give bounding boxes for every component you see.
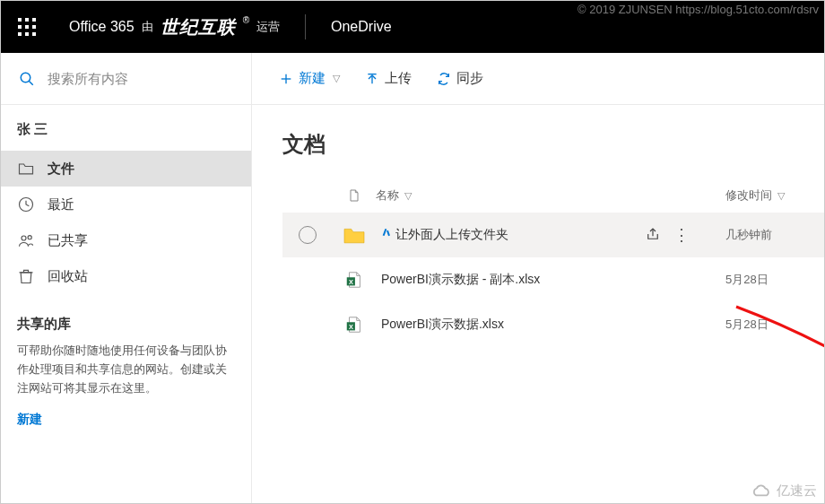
svg-point-17 bbox=[28, 236, 31, 239]
file-row[interactable]: X PowerBI演示数据 - 副本.xlsx 5月28日 bbox=[282, 257, 824, 302]
search-input[interactable] bbox=[48, 71, 251, 86]
file-name-cell[interactable]: 让外面人上传文件夹 bbox=[376, 227, 645, 243]
shared-libraries-title: 共享的库 bbox=[1, 294, 251, 342]
more-actions-button[interactable]: ⋮ bbox=[673, 227, 690, 243]
svg-text:X: X bbox=[349, 323, 353, 331]
column-name-header[interactable]: 名称 ▽ bbox=[376, 187, 645, 204]
svg-rect-2 bbox=[32, 18, 36, 22]
modified-cell: 5月28日 bbox=[725, 272, 824, 288]
file-name-text: PowerBI演示数据.xlsx bbox=[381, 317, 504, 331]
share-button[interactable] bbox=[645, 226, 661, 245]
trash-icon bbox=[17, 267, 35, 285]
folder-icon bbox=[17, 160, 35, 178]
upload-label: 上传 bbox=[385, 70, 412, 87]
file-name-cell[interactable]: PowerBI演示数据.xlsx bbox=[376, 317, 645, 333]
svg-text:X: X bbox=[349, 278, 353, 286]
app-launcher-button[interactable] bbox=[1, 1, 53, 53]
new-button[interactable]: 新建 ▽ bbox=[279, 70, 340, 87]
column-name-label: 名称 bbox=[376, 187, 399, 204]
chevron-down-icon: ▽ bbox=[404, 190, 412, 202]
nav-recycle-label: 回收站 bbox=[48, 268, 88, 285]
brand-cn-operator: 世纪互联 bbox=[161, 15, 236, 39]
excel-file-icon: X bbox=[344, 315, 364, 335]
svg-rect-7 bbox=[25, 32, 29, 36]
column-modified-header[interactable]: 修改时间 ▽ bbox=[725, 187, 824, 204]
folder-icon bbox=[342, 225, 367, 245]
sync-label: 同步 bbox=[456, 70, 483, 87]
svg-point-16 bbox=[22, 236, 26, 240]
upload-icon bbox=[365, 72, 379, 86]
file-name-cell[interactable]: PowerBI演示数据 - 副本.xlsx bbox=[376, 272, 645, 288]
svg-rect-8 bbox=[32, 32, 36, 36]
main-content: 文档 名称 ▽ 修改时间 ▽ 让外面人上传文件夹 bbox=[252, 105, 824, 503]
row-select-toggle[interactable] bbox=[299, 226, 317, 244]
clock-icon bbox=[17, 196, 35, 213]
page-title: 文档 bbox=[282, 130, 824, 159]
chevron-down-icon: ▽ bbox=[777, 190, 785, 202]
file-name-text: PowerBI演示数据 - 副本.xlsx bbox=[381, 272, 540, 286]
search-box[interactable] bbox=[1, 53, 252, 104]
excel-file-icon: X bbox=[344, 270, 364, 290]
sync-button[interactable]: 同步 bbox=[437, 70, 483, 87]
chevron-down-icon: ▽ bbox=[333, 73, 340, 84]
svg-rect-5 bbox=[32, 25, 36, 29]
command-bar: 新建 ▽ 上传 同步 bbox=[1, 53, 824, 105]
nav-shared[interactable]: 已共享 bbox=[1, 222, 251, 258]
svg-rect-3 bbox=[18, 25, 22, 29]
footer-brand: 亿速云 bbox=[750, 482, 817, 500]
brand-by: 由 bbox=[142, 19, 153, 35]
brand-reg-mark: ® bbox=[243, 15, 249, 25]
sync-icon bbox=[437, 72, 451, 86]
create-library-link[interactable]: 新建 bbox=[17, 412, 42, 426]
svg-line-10 bbox=[29, 81, 33, 85]
nav-recent-label: 最近 bbox=[48, 196, 74, 213]
nav-recycle[interactable]: 回收站 bbox=[1, 258, 251, 294]
plus-icon bbox=[279, 72, 293, 86]
nav-shared-label: 已共享 bbox=[48, 232, 88, 249]
app-name: OneDrive bbox=[315, 19, 408, 35]
column-modified-label: 修改时间 bbox=[725, 187, 772, 204]
file-type-icon bbox=[347, 187, 361, 204]
upload-button[interactable]: 上传 bbox=[365, 70, 412, 87]
nav-recent[interactable]: 最近 bbox=[1, 187, 251, 222]
waffle-icon bbox=[18, 18, 36, 36]
svg-rect-4 bbox=[25, 25, 29, 29]
left-nav: 张 三 文件 最近 已共享 回收站 共享的库 可帮助你随时随地使用任何设备与团队… bbox=[1, 105, 252, 503]
app-header: Office 365 由 世纪互联® 运营 OneDrive bbox=[1, 1, 824, 53]
search-icon bbox=[19, 71, 35, 87]
file-name-text: 让外面人上传文件夹 bbox=[395, 227, 508, 241]
file-row[interactable]: 让外面人上传文件夹 ⋮ 几秒钟前 bbox=[282, 213, 824, 257]
nav-files-label: 文件 bbox=[48, 161, 74, 178]
user-name: 张 三 bbox=[1, 121, 251, 151]
brand-operated: 运营 bbox=[256, 19, 280, 35]
nav-files[interactable]: 文件 bbox=[1, 151, 251, 187]
brand-area: Office 365 由 世纪互联® 运营 bbox=[53, 15, 296, 39]
header-divider bbox=[305, 14, 306, 39]
modified-cell: 5月28日 bbox=[725, 317, 824, 333]
new-label: 新建 bbox=[299, 70, 326, 87]
people-icon bbox=[17, 231, 35, 249]
svg-point-9 bbox=[21, 73, 30, 83]
footer-brand-text: 亿速云 bbox=[777, 482, 817, 500]
commands-area: 新建 ▽ 上传 同步 bbox=[252, 70, 483, 87]
shared-libraries-desc: 可帮助你随时随地使用任何设备与团队协作处理项目和共享信息的网站。创建或关注网站可… bbox=[1, 342, 251, 397]
svg-rect-6 bbox=[18, 32, 22, 36]
new-indicator-icon bbox=[381, 228, 392, 239]
brand-office365: Office 365 bbox=[69, 19, 135, 35]
svg-rect-0 bbox=[18, 18, 22, 22]
file-list-header: 名称 ▽ 修改时间 ▽ bbox=[282, 182, 824, 213]
svg-rect-1 bbox=[25, 18, 29, 22]
modified-cell: 几秒钟前 bbox=[725, 227, 824, 243]
file-row[interactable]: X PowerBI演示数据.xlsx 5月28日 bbox=[282, 302, 824, 347]
cloud-icon bbox=[750, 483, 773, 500]
